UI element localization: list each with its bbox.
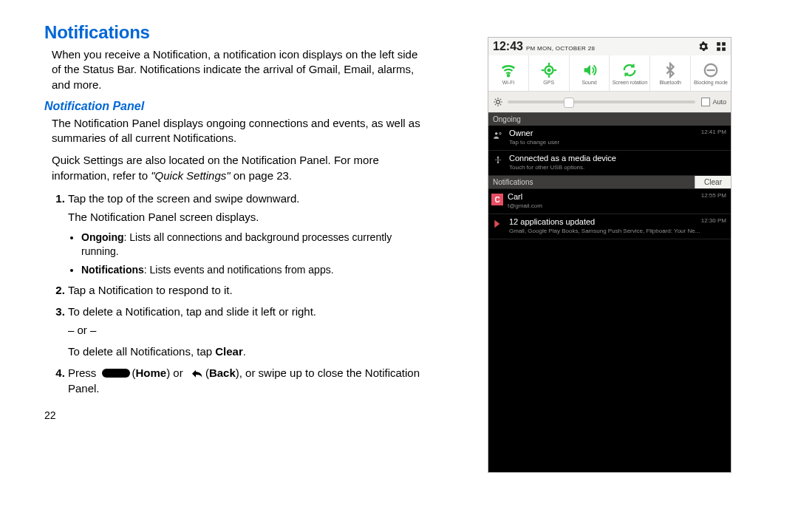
carl-title: Carl: [508, 192, 726, 201]
clock-ampm: PM: [526, 45, 536, 52]
text-column: Notifications When you receive a Notific…: [44, 22, 443, 525]
apps-time: 12:30 PM: [701, 217, 726, 224]
owner-title: Owner: [509, 129, 726, 137]
phone-status-bar: 12:43 PM MON, OCTOBER 28: [488, 38, 731, 55]
step-3-b: To delete all Notifications, tap Clear.: [68, 344, 421, 359]
quick-bt-label: Bluetooth: [659, 80, 681, 85]
notifications-label: Notifications: [488, 176, 695, 188]
bullet-ongoing-label: Ongoing: [81, 231, 124, 243]
manual-page: Notifications When you receive a Notific…: [0, 0, 798, 532]
svg-rect-0: [717, 42, 720, 46]
page-number: 22: [44, 409, 421, 421]
auto-checkbox[interactable]: [701, 98, 710, 106]
svg-line-20: [495, 104, 496, 105]
step-2: Tap a Notification to respond to it.: [68, 282, 421, 298]
panel-paragraph-2: Quick Settings are also located on the N…: [52, 153, 421, 183]
clock-date: MON, OCTOBER 28: [537, 45, 595, 52]
svg-point-4: [508, 75, 509, 76]
media-title: Connected as a media device: [509, 154, 726, 163]
quick-settings-row: Wi-Fi GPS Sound Screen rotation Bluetoot…: [488, 55, 731, 92]
bullet-ongoing-text: : Lists all connections and background p…: [81, 231, 392, 257]
quick-gps[interactable]: GPS: [529, 55, 570, 91]
brightness-auto[interactable]: Auto: [701, 98, 726, 106]
figure-column: 12:43 PM MON, OCTOBER 28 Wi-Fi GPS Sound…: [443, 22, 776, 525]
quick-rotation[interactable]: Screen rotation: [610, 55, 650, 91]
step-3-b-post: .: [243, 345, 246, 358]
svg-point-6: [548, 69, 550, 71]
notif-carl[interactable]: C Carl t@gmail.com 12:55 PM: [488, 189, 731, 214]
status-bar-icons: [698, 41, 726, 52]
quick-rotation-label: Screen rotation: [613, 80, 647, 85]
subsection-title: Notification Panel: [44, 100, 421, 113]
step-1-line-b: The Notification Panel screen displays.: [68, 209, 421, 225]
quick-sound-label: Sound: [582, 80, 596, 85]
notif-apps-updated[interactable]: 12 applications updated Gmail, Google Pl…: [488, 214, 731, 239]
quick-settings-reference: "Quick Settings": [151, 169, 230, 182]
ongoing-owner[interactable]: Owner Tap to change user 12:41 PM: [488, 126, 731, 151]
apps-sub: Gmail, Google Play Books, Samsung Push S…: [509, 228, 726, 234]
bluetooth-icon: [662, 62, 678, 78]
gps-icon: [541, 62, 557, 78]
play-store-icon: [493, 219, 503, 229]
clock-ampm-date: PM MON, OCTOBER 28: [526, 45, 595, 52]
intro-paragraph: When you receive a Notification, a notif…: [52, 47, 421, 92]
svg-point-13: [497, 100, 500, 104]
step-1: Tap the top of the screen and swipe down…: [68, 191, 421, 277]
step-1-line-a: Tap the top of the screen and swipe down…: [68, 192, 300, 205]
brightness-icon: [493, 97, 503, 107]
quick-blocking[interactable]: Blocking mode: [691, 55, 731, 91]
svg-rect-3: [722, 47, 726, 51]
apps-title: 12 applications updated: [509, 217, 726, 226]
svg-line-21: [500, 99, 501, 100]
svg-rect-2: [717, 47, 720, 51]
phone-screenshot: 12:43 PM MON, OCTOBER 28 Wi-Fi GPS Sound…: [488, 37, 732, 473]
steps-list: Tap the top of the screen and swipe down…: [52, 191, 421, 397]
page-title: Notifications: [44, 22, 421, 43]
grid-icon[interactable]: [716, 41, 726, 52]
brightness-row: Auto: [488, 92, 731, 112]
svg-point-24: [499, 160, 501, 161]
step-3-clear-label: Clear: [215, 345, 243, 358]
quick-wifi-label: Wi-Fi: [502, 80, 514, 85]
carl-sub: t@gmail.com: [508, 202, 726, 209]
brightness-slider[interactable]: [508, 100, 695, 103]
home-label: Home: [136, 366, 167, 379]
step-3-or: – or –: [68, 322, 421, 338]
back-label: Back: [209, 366, 236, 379]
step-4: Press (Home) or (Back), or swipe up to c…: [68, 365, 421, 396]
blocking-icon: [703, 62, 719, 78]
back-button-icon: [188, 366, 203, 377]
step-3-b-pre: To delete all Notifications, tap: [68, 345, 215, 358]
ongoing-media[interactable]: Connected as a media device Touch for ot…: [488, 151, 731, 176]
svg-line-18: [495, 99, 496, 100]
notifications-header: Notifications Clear: [488, 176, 731, 189]
gear-icon[interactable]: [698, 41, 709, 52]
owner-time: 12:41 PM: [701, 129, 726, 135]
step-4-mid: or: [170, 366, 186, 379]
bullet-notifications: Notifications: Lists events and notifica…: [81, 263, 421, 277]
quick-bluetooth[interactable]: Bluetooth: [650, 55, 691, 91]
svg-point-22: [495, 132, 498, 135]
quick-block-label: Blocking mode: [694, 80, 728, 85]
carl-time: 12:55 PM: [701, 192, 726, 199]
svg-point-23: [499, 132, 502, 134]
usb-icon: [493, 155, 503, 166]
step-3-a: To delete a Notification, tap and slide …: [68, 305, 316, 318]
svg-rect-1: [722, 42, 726, 46]
bullet-ongoing: Ongoing: Lists all connections and backg…: [81, 231, 421, 259]
sound-icon: [582, 62, 598, 78]
quick-sound[interactable]: Sound: [570, 55, 610, 91]
wifi-icon: [500, 62, 516, 78]
quick-wifi[interactable]: Wi-Fi: [488, 55, 529, 91]
contact-tile-icon: C: [491, 194, 503, 205]
panel-p2-b: on page 23.: [231, 169, 292, 182]
brightness-thumb[interactable]: [564, 98, 574, 108]
auto-label: Auto: [712, 98, 726, 106]
bullet-notifications-text: : Lists events and notifications from ap…: [144, 264, 334, 276]
user-icon: [493, 130, 503, 140]
media-sub: Touch for other USB options.: [509, 164, 726, 171]
clear-button[interactable]: Clear: [695, 176, 731, 188]
home-button-icon: [102, 369, 130, 378]
step-1-bullets: Ongoing: Lists all connections and backg…: [68, 231, 421, 277]
rotation-icon: [621, 62, 638, 78]
